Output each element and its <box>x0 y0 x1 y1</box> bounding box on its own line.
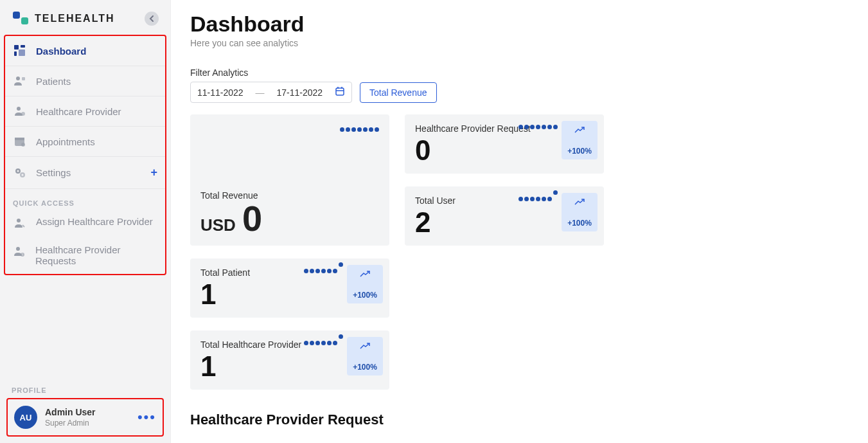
svg-point-8 <box>17 107 21 111</box>
trend-up-icon <box>360 269 370 279</box>
quick-item-label: Assign Healthcare Provider <box>36 216 153 227</box>
trend-badge: +100% <box>347 337 383 375</box>
trend-badge: +100% <box>562 193 598 231</box>
nav-item-healthcare-provider[interactable]: Healthcare Provider <box>5 96 165 127</box>
avatar: AU <box>14 406 37 429</box>
profile-name: Admin User <box>45 407 96 417</box>
revenue-currency: USD <box>200 215 236 235</box>
sparkline-icon <box>304 341 343 345</box>
nav-item-dashboard[interactable]: Dashboard <box>5 36 165 66</box>
quick-item-label: Healthcare Provider Requests <box>35 244 157 266</box>
quick-item-assign-hcp[interactable]: Assign Healthcare Provider <box>13 208 157 237</box>
sidebar-collapse-button[interactable] <box>145 12 159 26</box>
sparkline-icon <box>518 125 558 129</box>
total-revenue-button[interactable]: Total Revenue <box>360 82 437 103</box>
brand: TELEHEALTH <box>13 12 115 26</box>
trend-badge: +100% <box>562 121 598 159</box>
nav-item-label: Healthcare Provider <box>36 106 121 117</box>
card-total-patient: Total Patient 1 +100% <box>190 258 389 318</box>
trend-badge: +100% <box>347 265 383 303</box>
dashboard-icon <box>13 45 27 57</box>
assign-provider-icon <box>13 217 27 229</box>
profile-menu-icon[interactable]: ••• <box>137 409 156 426</box>
filter-label: Filter Analytics <box>190 68 849 78</box>
sidebar: TELEHEALTH Dashboard Patients Healthcare… <box>0 0 171 443</box>
trend-up-icon <box>574 197 585 207</box>
svg-point-6 <box>16 77 20 80</box>
svg-rect-7 <box>22 77 25 80</box>
nav-item-label: Appointments <box>36 136 95 147</box>
filter-row: Filter Analytics 11-11-2022 — 17-11-2022… <box>190 68 849 103</box>
page-title: Dashboard <box>190 12 849 37</box>
primary-nav: Dashboard Patients Healthcare Provider A… <box>4 35 166 275</box>
cards-grid: Total Revenue USD 0 Healthcare Provider … <box>190 114 849 390</box>
date-start: 11-11-2022 <box>197 87 244 98</box>
patients-icon <box>13 75 27 87</box>
card-total-revenue: Total Revenue USD 0 <box>190 114 389 246</box>
svg-point-14 <box>17 170 19 172</box>
svg-point-12 <box>21 143 25 147</box>
brand-icon <box>13 12 30 26</box>
revenue-amount: 0 <box>242 201 262 237</box>
profile-section: PROFILE AU Admin User Super Admin ••• <box>0 386 170 443</box>
trend-percent: +100% <box>353 291 377 300</box>
provider-icon <box>13 105 27 117</box>
nav-item-settings[interactable]: Settings + <box>5 157 165 189</box>
card-title: Total Revenue <box>200 190 379 201</box>
card-total-hcp: Total Healthcare Provider 1 +100% <box>190 330 389 390</box>
svg-rect-11 <box>15 138 24 140</box>
section-title-hpr: Healthcare Provider Request <box>190 411 849 428</box>
trend-percent: +100% <box>567 147 592 156</box>
svg-rect-1 <box>21 17 28 24</box>
main-content: Dashboard Here you can see analytics Fil… <box>171 0 868 443</box>
svg-rect-5 <box>19 50 25 56</box>
profile-title: PROFILE <box>12 386 164 394</box>
quick-access-title: QUICK ACCESS <box>13 199 157 207</box>
sparkline-icon <box>304 269 343 273</box>
nav-item-patients[interactable]: Patients <box>5 66 165 96</box>
svg-point-18 <box>16 247 20 251</box>
sidebar-header: TELEHEALTH <box>0 0 170 32</box>
date-dash: — <box>256 87 265 98</box>
nav-item-label: Dashboard <box>36 46 86 57</box>
card-total-user: Total User 2 +100% <box>405 186 604 246</box>
sparkline-icon <box>340 127 379 132</box>
svg-rect-3 <box>21 45 25 48</box>
svg-rect-4 <box>14 51 17 56</box>
date-end: 17-11-2022 <box>276 87 323 98</box>
page-subtitle: Here you can see analytics <box>190 38 849 48</box>
filter-controls: 11-11-2022 — 17-11-2022 Total Revenue <box>190 82 849 103</box>
quick-item-hcp-requests[interactable]: ! Healthcare Provider Requests <box>13 237 157 274</box>
svg-point-16 <box>22 174 24 176</box>
brand-text: TELEHEALTH <box>35 13 115 24</box>
trend-percent: +100% <box>567 219 592 228</box>
nav-item-label: Patients <box>36 76 71 87</box>
quick-access-section: QUICK ACCESS Assign Healthcare Provider … <box>5 189 165 274</box>
gear-icon <box>13 167 27 179</box>
svg-rect-21 <box>336 88 344 95</box>
date-range-input[interactable]: 11-11-2022 — 17-11-2022 <box>190 82 352 103</box>
calendar-icon <box>13 136 27 147</box>
svg-rect-2 <box>14 45 19 50</box>
svg-rect-0 <box>13 12 20 19</box>
svg-point-17 <box>17 219 21 222</box>
provider-requests-icon: ! <box>13 246 26 257</box>
profile-card[interactable]: AU Admin User Super Admin ••• <box>6 398 164 437</box>
trend-up-icon <box>574 125 585 135</box>
nav-item-appointments[interactable]: Appointments <box>5 127 165 157</box>
trend-up-icon <box>360 341 370 351</box>
nav-item-label: Settings <box>36 167 71 178</box>
profile-role: Super Admin <box>45 419 96 428</box>
svg-text:!: ! <box>22 253 23 257</box>
profile-info: Admin User Super Admin <box>45 407 96 428</box>
svg-point-9 <box>21 112 25 116</box>
trend-percent: +100% <box>353 363 377 372</box>
card-hcp-request: Healthcare Provider Request 0 +100% <box>405 114 604 174</box>
sparkline-icon <box>518 197 558 201</box>
settings-expand-icon[interactable]: + <box>150 166 157 179</box>
calendar-icon[interactable] <box>335 86 345 98</box>
